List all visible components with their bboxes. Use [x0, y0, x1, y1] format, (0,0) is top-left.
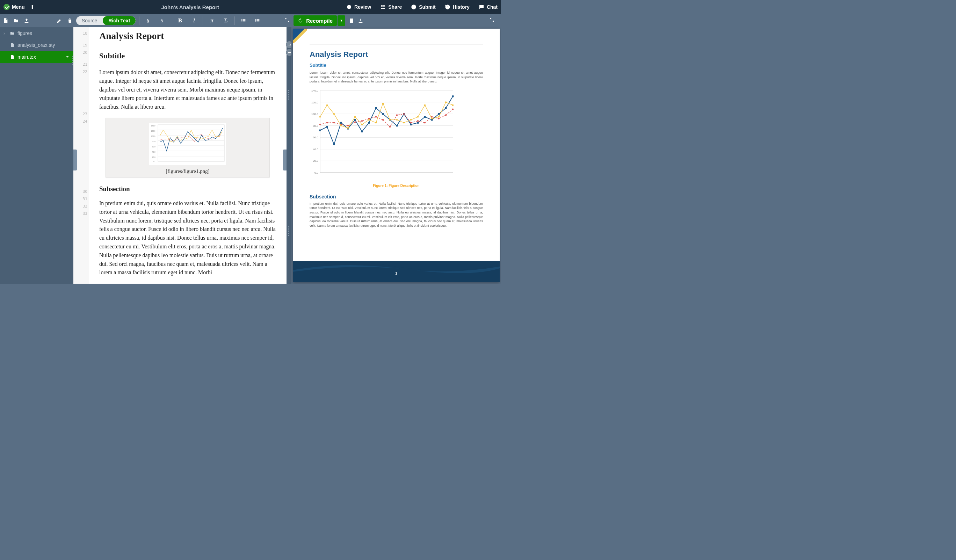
svg-point-84 [382, 103, 384, 104]
logs-icon[interactable] [349, 18, 354, 24]
rich-text-editor[interactable]: Analysis Report Subtitle Lorem ipsum dol… [89, 27, 286, 284]
folder-figures[interactable]: › figures [0, 27, 73, 39]
recompile-button[interactable]: Recompile [294, 16, 337, 26]
chat-label: Chat [487, 4, 498, 10]
pdf-body: In pretium enim dui, quis ornare odio va… [310, 201, 483, 228]
svg-rect-49 [417, 122, 419, 124]
editor-chart-thumbnail: 140.0120.0100.080.060.040.020.00.0 [149, 123, 226, 165]
svg-point-63 [375, 116, 377, 117]
svg-rect-37 [333, 143, 335, 145]
collapse-left-tab[interactable] [73, 149, 77, 170]
richtext-tab[interactable]: Rich Text [103, 16, 135, 25]
new-folder-icon[interactable] [13, 18, 19, 24]
folder-icon [10, 31, 15, 36]
svg-point-87 [403, 122, 405, 123]
figure-caption: [figures/figure1.png] [109, 168, 266, 174]
svg-rect-50 [424, 116, 426, 118]
recompile-label: Recompile [306, 18, 333, 24]
file-label: main.tex [17, 54, 36, 60]
svg-text:20.0: 20.0 [152, 156, 156, 158]
pane-divider[interactable]: ➜ ⬅ [286, 27, 291, 284]
svg-text:80.0: 80.0 [152, 140, 156, 143]
share-button[interactable]: Share [380, 4, 402, 10]
svg-point-88 [410, 119, 412, 121]
svg-point-76 [326, 104, 328, 106]
menu-label: Menu [12, 4, 25, 10]
expand-editor-icon[interactable] [285, 17, 290, 24]
expand-pdf-icon[interactable] [489, 17, 495, 24]
collapse-right-tab[interactable] [283, 149, 286, 170]
subsection-button[interactable]: § [157, 16, 167, 26]
file-sty[interactable]: analysis_orax.sty [0, 39, 73, 51]
svg-rect-46 [396, 125, 398, 126]
svg-text:120.0: 120.0 [311, 101, 319, 104]
bullet-list-button[interactable] [252, 16, 263, 26]
svg-point-93 [445, 101, 447, 103]
svg-text:140.0: 140.0 [151, 125, 156, 127]
editor-mode-toggle: Source Rich Text [76, 16, 135, 25]
pdf-subsection: Subsection [310, 194, 483, 200]
review-label: Review [354, 4, 371, 10]
svg-point-59 [347, 125, 349, 126]
pdf-page[interactable]: Analysis Report Subtitle Lorem ipsum dol… [293, 29, 500, 282]
review-button[interactable]: Review [346, 4, 371, 10]
svg-point-70 [424, 122, 426, 123]
svg-point-85 [389, 119, 391, 121]
new-file-icon[interactable] [3, 18, 8, 24]
svg-point-83 [375, 122, 377, 123]
italic-button[interactable]: I [189, 16, 199, 26]
up-level-icon[interactable]: ⬆ [30, 4, 35, 11]
file-icon [10, 42, 15, 47]
caret-icon: › [3, 30, 7, 36]
svg-text:60.0: 60.0 [313, 136, 318, 139]
share-label: Share [388, 4, 402, 10]
svg-point-72 [438, 118, 440, 119]
doc-paragraph: In pretium enim dui, quis ornare odio va… [99, 199, 276, 277]
svg-point-89 [417, 116, 418, 117]
svg-text:40.0: 40.0 [313, 148, 318, 151]
numbered-list-button[interactable] [238, 16, 249, 26]
pdf-preview-pane: Analysis Report Subtitle Lorem ipsum dol… [291, 27, 501, 284]
svg-point-94 [452, 104, 454, 106]
delete-icon[interactable] [67, 18, 73, 24]
source-tab[interactable]: Source [76, 16, 103, 25]
upload-icon[interactable] [24, 18, 29, 24]
svg-point-79 [347, 127, 349, 129]
svg-point-78 [340, 125, 342, 126]
svg-rect-44 [382, 113, 384, 115]
submit-button[interactable]: Submit [410, 4, 436, 10]
pdf-footer-wave: 1 [293, 261, 500, 282]
folder-label: figures [17, 30, 32, 36]
pi-button[interactable]: π [206, 16, 217, 26]
bold-button[interactable]: B [175, 16, 185, 26]
chevron-down-icon[interactable] [65, 55, 70, 60]
svg-point-64 [382, 119, 384, 121]
file-label: analysis_orax.sty [17, 42, 55, 48]
svg-rect-52 [438, 113, 440, 115]
pdf-body: Lorem ipsum dolor sit amet, consectetur … [310, 71, 483, 84]
svg-text:80.0: 80.0 [313, 124, 318, 127]
pdf-figure-caption: Figure 1: Figure Description [310, 184, 483, 187]
rename-icon[interactable] [57, 18, 62, 24]
brand-icon [3, 4, 10, 10]
toolbar: Source Rich Text § § B I π Σ Recompile ▼ [0, 14, 501, 27]
chat-button[interactable]: Chat [478, 4, 498, 10]
recompile-icon [298, 18, 303, 24]
section-button[interactable]: § [143, 16, 153, 26]
history-button[interactable]: History [445, 4, 470, 10]
subsection-heading: Subsection [99, 185, 276, 193]
svg-rect-43 [375, 107, 377, 109]
pdf-page-number: 1 [293, 271, 500, 275]
corner-decoration [293, 29, 307, 42]
submit-label: Submit [419, 4, 436, 10]
menu-button[interactable]: Menu [3, 4, 25, 10]
sigma-button[interactable]: Σ [220, 16, 231, 26]
svg-rect-40 [354, 119, 356, 121]
svg-rect-41 [361, 131, 363, 132]
file-main[interactable]: main.tex [0, 51, 73, 63]
download-pdf-icon[interactable] [358, 18, 363, 24]
recompile-dropdown[interactable]: ▼ [338, 16, 345, 26]
svg-text:0.0: 0.0 [314, 171, 319, 174]
svg-point-1 [255, 19, 256, 20]
svg-point-82 [368, 119, 370, 121]
